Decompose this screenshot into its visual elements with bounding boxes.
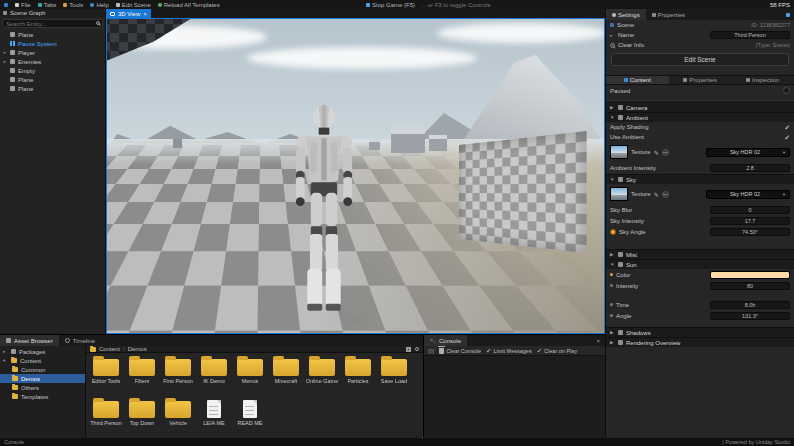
close-icon[interactable]: ×: [143, 11, 147, 17]
scene-graph-item-plane-3[interactable]: Plane: [0, 84, 105, 93]
menu-file[interactable]: File: [15, 2, 31, 8]
section-shadows[interactable]: ▶ Shadows: [606, 327, 794, 337]
tree-label: Others: [21, 385, 39, 391]
clear-on-play-label: Clear on Play: [544, 348, 577, 354]
entity-label: Empty: [18, 68, 35, 74]
asset-doc-read-me[interactable]: READ ME: [232, 398, 268, 438]
edit-texture-icon[interactable]: ✎: [654, 191, 659, 198]
asset-folder-minecraft[interactable]: Minecraft: [268, 356, 304, 396]
statusbar-console-toggle[interactable]: Console: [4, 439, 24, 445]
paused-checkbox[interactable]: [783, 87, 790, 94]
limit-messages-toggle[interactable]: ✓ Limit Messages: [486, 348, 532, 354]
use-ambient-checkbox[interactable]: ✓: [784, 134, 790, 141]
texture-thumbnail[interactable]: [610, 187, 628, 201]
search-icon[interactable]: [415, 347, 419, 351]
texture-thumbnail[interactable]: [610, 145, 628, 159]
sky-blur-slider[interactable]: 0: [710, 206, 790, 214]
viewport-3d[interactable]: [106, 18, 605, 334]
asset-folder-vehicle[interactable]: Vehicle: [160, 398, 196, 438]
edit-scene-button[interactable]: Edit Scene: [611, 53, 789, 66]
asset-folder-online-game[interactable]: Online Game: [304, 356, 340, 396]
folder-label: Third Person: [90, 420, 122, 426]
tree-item-others[interactable]: Others: [0, 383, 85, 392]
subtab-properties[interactable]: Properties: [669, 76, 732, 84]
console-output[interactable]: [424, 356, 605, 439]
asset-browser-tabs: Asset Browser Timeline: [0, 335, 423, 346]
edit-scene-menu-button[interactable]: Edit Scene: [116, 2, 151, 8]
clear-console-button[interactable]: Clear Console: [439, 348, 481, 354]
tree-item-content[interactable]: ▾ Content: [0, 356, 85, 365]
panel-menu-button[interactable]: [782, 9, 794, 20]
scene-graph-item-plane-1[interactable]: Plane: [0, 30, 105, 39]
subtab-inspection[interactable]: Inspection: [731, 76, 794, 84]
asset-folder-third-person[interactable]: Third Person: [88, 398, 124, 438]
grid-view-icon[interactable]: [406, 347, 411, 352]
ambient-texture-dropdown[interactable]: Sky HDR 02 ▼: [706, 148, 790, 157]
remove-texture-button[interactable]: —: [662, 149, 669, 156]
menu-tools[interactable]: Tools: [63, 2, 83, 8]
tab-settings[interactable]: Settings: [606, 9, 646, 20]
scene-graph-item-player[interactable]: ▸ Player: [0, 48, 105, 57]
tree-item-templates[interactable]: Templates: [0, 392, 85, 401]
clear-on-play-toggle[interactable]: ✓ Clear on Play: [537, 348, 577, 354]
scene-graph-item-enemies[interactable]: ▸ Enemies: [0, 57, 105, 66]
sky-texture-dropdown[interactable]: Sky HDR 02 ▼: [706, 190, 790, 199]
stop-game-button[interactable]: Stop Game (F5): [366, 2, 415, 8]
asset-folder-top-down[interactable]: Top Down: [124, 398, 160, 438]
scene-graph-item-empty[interactable]: Empty: [0, 66, 105, 75]
tab-properties[interactable]: Properties: [646, 9, 691, 20]
tab-asset-browser[interactable]: Asset Browser: [0, 335, 59, 346]
edit-texture-icon[interactable]: ✎: [654, 149, 659, 156]
asset-folder-editor-tools[interactable]: Editor Tools: [88, 356, 124, 396]
apply-shading-checkbox[interactable]: ✓: [784, 124, 790, 131]
sun-time-field[interactable]: 8.0h: [710, 301, 790, 309]
sun-color-swatch[interactable]: [710, 271, 790, 279]
ambient-intensity-field[interactable]: 2.8: [710, 164, 790, 172]
menu-help[interactable]: Help: [90, 2, 108, 8]
tree-item-common[interactable]: Common: [0, 365, 85, 374]
breadcrumb-root[interactable]: Content: [99, 346, 120, 352]
entity-label: Plane: [18, 32, 33, 38]
asset-folder-save-load[interactable]: Save Load: [376, 356, 412, 396]
tab-timeline[interactable]: Timeline: [59, 335, 101, 346]
tab-console[interactable]: >_ Console: [424, 335, 467, 346]
menu-tabs[interactable]: Tabs: [38, 2, 57, 8]
section-ambient[interactable]: ▼ Ambient: [606, 112, 794, 122]
section-sun[interactable]: ▼ Sun: [606, 259, 794, 269]
menu-file-label: File: [21, 2, 31, 8]
ambient-texture-value: Sky HDR 02: [710, 149, 780, 155]
tree-item-demos[interactable]: Demos: [0, 374, 85, 383]
section-rendering-overview[interactable]: ▶ Rendering Overview: [606, 337, 794, 347]
scene-graph-item-pause-system[interactable]: Pause System: [0, 39, 105, 48]
inspector-panel: Settings Properties Scene ID: 1138382277…: [605, 9, 794, 438]
menu-help-label: Help: [96, 2, 108, 8]
section-camera[interactable]: ▶ Camera: [606, 102, 794, 112]
search-entity-input[interactable]: [2, 19, 103, 28]
asset-folder-particles[interactable]: Particles: [340, 356, 376, 396]
section-mist[interactable]: ▶ Mist: [606, 249, 794, 259]
asset-folder-menus[interactable]: Menus: [232, 356, 268, 396]
sky-angle-field[interactable]: 74.50°: [710, 228, 790, 236]
sun-angle-field[interactable]: 131.3°: [710, 312, 790, 320]
tab-properties-label: Properties: [658, 12, 685, 18]
remove-texture-button[interactable]: —: [662, 191, 669, 198]
subtab-content[interactable]: Content: [606, 76, 669, 84]
asset-folder-filters[interactable]: Filters: [124, 356, 160, 396]
tree-item-packages[interactable]: ▸ Packages: [0, 347, 85, 356]
angle-knob-icon[interactable]: [610, 229, 616, 235]
asset-folder-first-person[interactable]: First Person: [160, 356, 196, 396]
breadcrumb-current[interactable]: Demos: [128, 346, 147, 352]
section-sky[interactable]: ▼ Sky: [606, 174, 794, 184]
scene-graph-item-plane-2[interactable]: Plane: [0, 75, 105, 84]
reload-templates-button[interactable]: Reload All Templates: [158, 2, 220, 8]
clear-info-label[interactable]: Clear Info: [618, 42, 644, 48]
sun-intensity-slider[interactable]: 80: [710, 282, 790, 290]
asset-doc-leia-me[interactable]: LEIA ME: [196, 398, 232, 438]
close-icon[interactable]: ×: [591, 338, 605, 344]
enemies-icon: [10, 59, 15, 64]
subtab-content-label: Content: [630, 77, 651, 83]
asset-folder-ik-demo[interactable]: IK Demo: [196, 356, 232, 396]
sky-intensity-field[interactable]: 17.7: [710, 217, 790, 225]
tab-3d-view[interactable]: 3D View ×: [106, 9, 151, 18]
scene-name-field[interactable]: Third Person: [710, 31, 790, 39]
